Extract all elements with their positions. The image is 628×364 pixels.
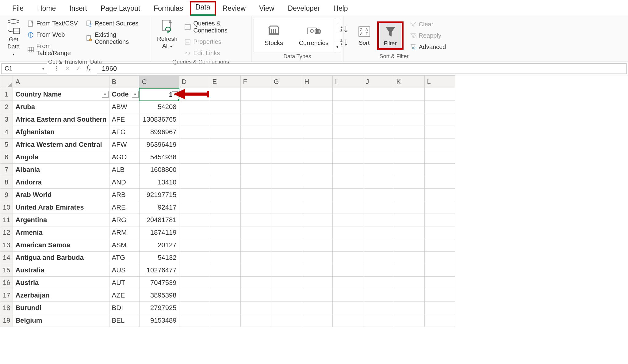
cell[interactable]	[240, 126, 271, 138]
cell[interactable]	[332, 314, 363, 327]
cell[interactable]	[394, 289, 424, 302]
cell[interactable]: 54208	[139, 101, 179, 113]
cell[interactable]	[240, 151, 271, 164]
cell[interactable]	[240, 302, 271, 314]
filter-button[interactable]: Filter	[380, 23, 401, 48]
cell[interactable]: Country Name▼	[13, 88, 109, 101]
cell[interactable]	[394, 239, 424, 252]
cell[interactable]	[424, 264, 455, 277]
cell[interactable]	[240, 138, 271, 151]
cell[interactable]	[210, 189, 240, 201]
cell[interactable]	[394, 252, 424, 264]
cell[interactable]	[302, 277, 332, 289]
cell[interactable]	[424, 201, 455, 214]
cell[interactable]: ATG	[109, 252, 139, 264]
cell[interactable]: 9153489	[139, 314, 179, 327]
cell[interactable]	[363, 113, 394, 126]
cell[interactable]: 130836765	[139, 113, 179, 126]
tab-formulas[interactable]: Formulas	[147, 2, 190, 16]
cell[interactable]: 92197715	[139, 189, 179, 201]
advanced-button[interactable]: Advanced	[408, 43, 448, 51]
cell[interactable]	[424, 88, 455, 101]
cell[interactable]	[302, 164, 332, 176]
col-header-H[interactable]: H	[302, 76, 332, 88]
cell[interactable]	[394, 113, 424, 126]
cell[interactable]	[332, 138, 363, 151]
cell[interactable]	[332, 214, 363, 226]
cell[interactable]	[363, 88, 394, 101]
tab-data[interactable]: Data	[190, 1, 216, 16]
cell[interactable]	[332, 302, 363, 314]
refresh-all-button[interactable]: Refresh All ▾	[154, 18, 181, 51]
cell[interactable]	[424, 164, 455, 176]
filter-dropdown-icon[interactable]: ▼	[132, 91, 139, 98]
cell[interactable]	[302, 226, 332, 239]
cell[interactable]: Aruba	[13, 101, 109, 113]
cell[interactable]	[363, 138, 394, 151]
cell[interactable]	[271, 252, 302, 264]
cell[interactable]	[332, 176, 363, 189]
cell[interactable]	[302, 239, 332, 252]
row-header[interactable]: 17	[0, 289, 13, 302]
recent-sources-button[interactable]: Recent Sources	[84, 19, 144, 28]
cell[interactable]	[424, 189, 455, 201]
cell[interactable]	[424, 176, 455, 189]
existing-connections-button[interactable]: Existing Connections	[84, 30, 144, 46]
cell[interactable]: AFG	[109, 126, 139, 138]
cell[interactable]: Azerbaijan	[13, 289, 109, 302]
cell[interactable]	[210, 314, 240, 327]
col-header-G[interactable]: G	[271, 76, 302, 88]
cell[interactable]: 3895398	[139, 289, 179, 302]
cell[interactable]	[210, 101, 240, 113]
cell[interactable]	[363, 226, 394, 239]
cell[interactable]	[271, 201, 302, 214]
cell[interactable]: AFW	[109, 138, 139, 151]
cell[interactable]	[363, 126, 394, 138]
cell[interactable]	[302, 289, 332, 302]
cell[interactable]	[271, 176, 302, 189]
tab-view[interactable]: View	[252, 2, 281, 16]
cell[interactable]	[210, 138, 240, 151]
row-header[interactable]: 19	[0, 314, 13, 327]
cell[interactable]: AUS	[109, 264, 139, 277]
cell[interactable]	[332, 277, 363, 289]
cell[interactable]	[302, 214, 332, 226]
cell[interactable]: ASM	[109, 239, 139, 252]
cell[interactable]	[424, 302, 455, 314]
cell[interactable]: Australia	[13, 264, 109, 277]
cell[interactable]	[363, 201, 394, 214]
cell[interactable]: AGO	[109, 151, 139, 164]
cell[interactable]	[363, 277, 394, 289]
row-header[interactable]: 16	[0, 277, 13, 289]
cell[interactable]: ARG	[109, 214, 139, 226]
cell[interactable]: ABW	[109, 101, 139, 113]
clear-button[interactable]: Clear	[408, 20, 448, 29]
cell[interactable]	[240, 214, 271, 226]
cell[interactable]	[332, 126, 363, 138]
cell[interactable]	[363, 101, 394, 113]
cell[interactable]	[179, 201, 210, 214]
cell[interactable]	[332, 252, 363, 264]
cell[interactable]	[210, 226, 240, 239]
cell[interactable]	[210, 88, 240, 101]
cell[interactable]	[240, 113, 271, 126]
cell[interactable]	[179, 314, 210, 327]
cell[interactable]	[179, 126, 210, 138]
cell[interactable]	[363, 164, 394, 176]
cell[interactable]	[394, 201, 424, 214]
cell[interactable]: Africa Western and Central	[13, 138, 109, 151]
cell[interactable]	[210, 113, 240, 126]
cell[interactable]	[240, 289, 271, 302]
row-header[interactable]: 4	[0, 126, 13, 138]
filter-dropdown-icon[interactable]: ▼	[102, 91, 109, 98]
cell[interactable]: BDI	[109, 302, 139, 314]
cell[interactable]	[363, 151, 394, 164]
cell[interactable]	[179, 277, 210, 289]
cell[interactable]	[332, 239, 363, 252]
cell[interactable]: 2797925	[139, 302, 179, 314]
properties-button[interactable]: Properties	[182, 37, 246, 46]
cell[interactable]	[179, 264, 210, 277]
row-header[interactable]: 7	[0, 164, 13, 176]
cell[interactable]	[424, 101, 455, 113]
cell[interactable]	[363, 314, 394, 327]
